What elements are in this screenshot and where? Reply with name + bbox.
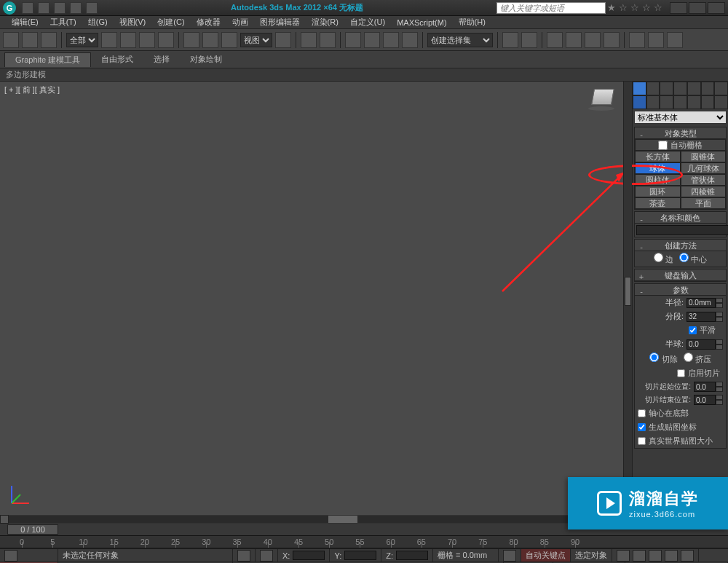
create-spacewarps-icon[interactable] xyxy=(701,95,715,109)
primitive-geosphere-button[interactable]: 几何球体 xyxy=(681,162,727,174)
star-icon[interactable]: ☆ xyxy=(642,2,651,13)
menu-render[interactable]: 渲染(R) xyxy=(306,17,344,28)
rollout-keyboard-entry[interactable]: +键盘输入 xyxy=(635,269,726,281)
spinner-down-icon[interactable] xyxy=(716,387,723,392)
create-method-center[interactable]: 中心 xyxy=(679,253,707,265)
spinner-down-icon[interactable] xyxy=(716,317,723,322)
slice-to-input[interactable] xyxy=(694,395,716,405)
create-cameras-icon[interactable] xyxy=(673,95,687,109)
scale-icon[interactable] xyxy=(221,32,237,48)
rollout-object-type[interactable]: -对象类型 xyxy=(635,127,726,139)
real-world-checkbox[interactable] xyxy=(638,437,646,445)
unlink-icon[interactable] xyxy=(22,32,38,48)
coord-z-input[interactable] xyxy=(396,551,428,560)
menu-maxscript[interactable]: MAXScript(M) xyxy=(391,18,452,27)
link-icon[interactable] xyxy=(3,32,19,48)
time-slider-handle[interactable]: 0 / 100 xyxy=(7,524,58,535)
spinner-up-icon[interactable] xyxy=(716,395,723,400)
render-icon[interactable] xyxy=(667,32,683,48)
primitive-box-button[interactable]: 长方体 xyxy=(635,151,681,162)
play-icon[interactable] xyxy=(649,550,662,562)
smooth-checkbox[interactable] xyxy=(689,326,697,334)
rotate-icon[interactable] xyxy=(202,32,218,48)
panel-create-icon[interactable] xyxy=(633,82,646,95)
coord-x-input[interactable] xyxy=(293,551,325,560)
ribbon-tab-modeling[interactable]: Graphite 建模工具 xyxy=(4,52,91,67)
create-method-edge[interactable]: 边 xyxy=(654,253,673,265)
radius-input[interactable] xyxy=(687,298,716,308)
rollout-parameters[interactable]: -参数 xyxy=(635,284,726,296)
gen-map-checkbox[interactable] xyxy=(638,423,646,431)
star-icon[interactable]: ☆ xyxy=(619,2,628,13)
window-crossing-icon[interactable] xyxy=(158,32,174,48)
goto-end-icon[interactable] xyxy=(681,550,694,562)
spinner-up-icon[interactable] xyxy=(716,312,723,317)
star-icon[interactable]: ★ xyxy=(607,2,616,13)
primitive-teapot-button[interactable]: 茶壶 xyxy=(635,197,681,209)
ribbon-tab-paint[interactable]: 对象绘制 xyxy=(180,52,232,66)
menu-tools[interactable]: 工具(T) xyxy=(44,17,82,28)
menu-edit[interactable]: 编辑(E) xyxy=(6,17,44,28)
schematic-icon[interactable] xyxy=(585,32,601,48)
hemi-chop[interactable]: 切除 xyxy=(649,353,677,365)
create-geometry-icon[interactable] xyxy=(633,95,646,109)
spinner-down-icon[interactable] xyxy=(716,345,723,350)
rollout-name-color[interactable]: -名称和颜色 xyxy=(635,212,726,224)
menu-modifiers[interactable]: 修改器 xyxy=(191,17,226,28)
align-icon[interactable] xyxy=(521,32,537,48)
ribbon-tab-selection[interactable]: 选择 xyxy=(143,52,180,66)
lock-icon[interactable] xyxy=(237,550,250,562)
qat-redo-icon[interactable] xyxy=(86,2,98,14)
primitive-pyramid-button[interactable]: 四棱锥 xyxy=(681,186,727,197)
autogrid-checkbox[interactable] xyxy=(658,141,668,150)
keymode-icon[interactable] xyxy=(320,32,336,48)
render-frame-icon[interactable] xyxy=(648,32,664,48)
viewport[interactable]: [ + ][ 前 ][ 真实 ] xyxy=(0,82,632,515)
primitive-plane-button[interactable]: 平面 xyxy=(681,197,727,209)
viewport-scrollbar-vertical[interactable] xyxy=(623,82,632,515)
create-helpers-icon[interactable] xyxy=(687,95,701,109)
pivot-icon[interactable] xyxy=(275,32,291,48)
qat-save-icon[interactable] xyxy=(54,2,66,14)
auto-key-button[interactable]: 自动关键点 xyxy=(521,549,571,562)
coord-y-input[interactable] xyxy=(344,551,376,560)
create-shapes-icon[interactable] xyxy=(646,95,660,109)
percent-snap-icon[interactable] xyxy=(383,32,399,48)
render-setup-icon[interactable] xyxy=(629,32,645,48)
ribbon-tab-freeform[interactable]: 自由形式 xyxy=(91,52,143,66)
spinner-up-icon[interactable] xyxy=(716,382,723,387)
star-icon[interactable]: ☆ xyxy=(630,2,639,13)
panel-extra-icon[interactable] xyxy=(714,82,728,95)
key-toggle-icon[interactable] xyxy=(503,550,516,562)
manip-icon[interactable] xyxy=(301,32,317,48)
close-button[interactable] xyxy=(708,2,725,14)
menu-grapheditors[interactable]: 图形编辑器 xyxy=(254,17,306,28)
maximize-button[interactable] xyxy=(689,2,706,14)
slice-on-checkbox[interactable] xyxy=(677,369,685,377)
qat-undo-icon[interactable] xyxy=(70,2,82,14)
scroll-left-icon[interactable] xyxy=(0,515,9,524)
qat-new-icon[interactable] xyxy=(22,2,33,14)
panel-utilities-icon[interactable] xyxy=(701,82,715,95)
object-name-input[interactable] xyxy=(636,225,728,235)
panel-modify-icon[interactable] xyxy=(646,82,660,95)
create-systems-icon[interactable] xyxy=(714,95,728,109)
panel-motion-icon[interactable] xyxy=(673,82,687,95)
ref-coord-select[interactable]: 视图 xyxy=(240,33,272,47)
snap-icon[interactable] xyxy=(345,32,361,48)
coord-display-icon[interactable] xyxy=(260,550,273,562)
menu-create[interactable]: 创建(C) xyxy=(151,17,190,28)
panel-display-icon[interactable] xyxy=(687,82,701,95)
minimize-button[interactable] xyxy=(670,2,687,14)
selection-scope-select[interactable]: 全部 xyxy=(66,33,98,47)
select-rect-icon[interactable] xyxy=(139,32,155,48)
curve-editor-icon[interactable] xyxy=(566,32,582,48)
hemisphere-input[interactable] xyxy=(687,339,716,350)
select-icon[interactable] xyxy=(101,32,117,48)
menu-customize[interactable]: 自定义(U) xyxy=(344,17,391,28)
select-name-icon[interactable] xyxy=(120,32,136,48)
next-frame-icon[interactable] xyxy=(665,550,678,562)
angle-snap-icon[interactable] xyxy=(364,32,380,48)
create-lights-icon[interactable] xyxy=(660,95,673,109)
star-icon[interactable]: ☆ xyxy=(654,2,662,13)
